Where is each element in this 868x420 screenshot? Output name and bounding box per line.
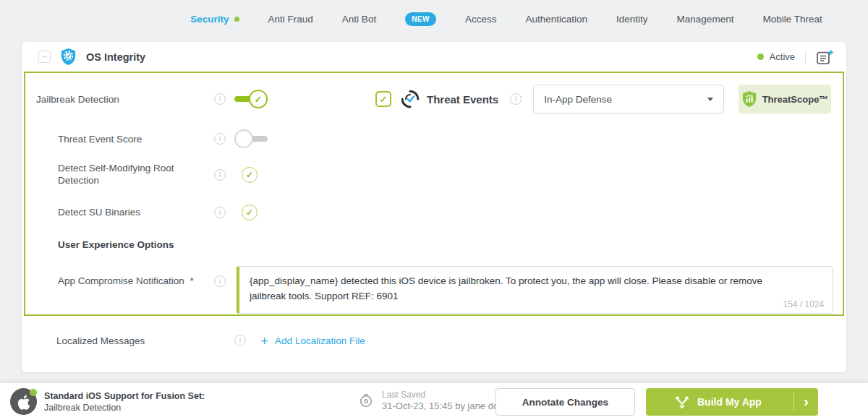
- nav-tab-mobile-threat[interactable]: Mobile Threat: [762, 14, 822, 25]
- required-asterisk: *: [190, 275, 194, 286]
- user-experience-options-heading: User Experience Options: [25, 239, 843, 250]
- last-saved-label: Last Saved: [382, 390, 503, 400]
- nav-tab-security[interactable]: Security: [190, 14, 239, 25]
- build-my-app-label: Build My App: [697, 396, 762, 408]
- collapse-section-button[interactable]: −: [38, 51, 51, 63]
- notification-message-value: {app_display_name} detected this iOS dev…: [250, 274, 782, 304]
- nav-tab-label: Authentication: [526, 14, 588, 25]
- detect-su-binaries-label: Detect SU Binaries: [58, 207, 214, 218]
- nav-tab-label: Anti Bot: [342, 14, 376, 25]
- label-text: App Compromise Notification: [58, 275, 184, 286]
- threat-event-score-toggle[interactable]: [234, 129, 268, 148]
- info-icon[interactable]: i: [234, 335, 246, 346]
- detect-su-binaries-checkbox[interactable]: ✓: [242, 205, 258, 220]
- app-compromise-notification-label: App Compromise Notification *: [58, 266, 214, 286]
- add-localization-file-label: Add Localization File: [275, 335, 365, 346]
- build-fork-icon: [675, 395, 689, 409]
- section-title: OS Integrity: [86, 51, 145, 63]
- new-badge: NEW: [405, 12, 436, 26]
- nav-tab-access[interactable]: Access: [465, 14, 497, 25]
- fusion-set-title: Standard iOS Support for Fusion Set:: [44, 391, 205, 401]
- info-icon[interactable]: i: [214, 93, 226, 105]
- nav-tab-label: Identity: [616, 14, 648, 25]
- fusion-set-name: Jailbreak Detection: [44, 403, 205, 413]
- card-header: − OS Integrity Active: [22, 42, 846, 72]
- plus-icon: +: [260, 334, 268, 348]
- apple-ios-icon: [10, 388, 37, 415]
- platform-active-dot-icon: [30, 389, 37, 396]
- character-counter: 154 / 1024: [783, 299, 824, 309]
- nav-tab-label: Access: [465, 14, 497, 25]
- nav-tab-authentication[interactable]: Authentication: [526, 14, 588, 25]
- nav-tab-management[interactable]: Management: [677, 14, 734, 25]
- chevron-right-icon: ›: [804, 393, 809, 411]
- info-icon[interactable]: i: [510, 93, 522, 105]
- jailbreak-detection-label: Jailbreak Detection: [36, 94, 214, 105]
- divider: [805, 50, 806, 64]
- localized-messages-label: Localized Messages: [56, 335, 234, 346]
- threat-events-icon: [401, 90, 420, 108]
- saved-watch-icon: [358, 393, 374, 408]
- threat-event-score-row: Threat Event Score i: [25, 129, 843, 148]
- toggle-knob-check-icon: ✓: [249, 90, 268, 108]
- fusion-set-info: Standard iOS Support for Fusion Set: Jai…: [10, 388, 205, 415]
- last-saved-info: Last Saved 31-Oct-23, 15:45 by jane doe: [358, 390, 503, 411]
- app-compromise-notification-row: App Compromise Notification * i {app_dis…: [25, 266, 843, 314]
- nav-tab-label: Security: [190, 14, 229, 25]
- detect-self-modifying-label: Detect Self-Modifying Root Detection: [58, 163, 214, 187]
- last-saved-text: Last Saved 31-Oct-23, 15:45 by jane doe: [382, 390, 503, 411]
- os-integrity-card: − OS Integrity Active: [22, 42, 846, 372]
- threatscope-label: ThreatScope™: [762, 94, 829, 105]
- detect-su-binaries-row: Detect SU Binaries i ✓: [25, 205, 843, 220]
- annotate-changes-button[interactable]: Annotate Changes: [495, 388, 635, 416]
- last-saved-value: 31-Oct-23, 15:45 by jane doe: [382, 400, 503, 411]
- active-status-dot-icon: [234, 17, 239, 22]
- status-badge: Active: [770, 51, 795, 62]
- chevron-down-icon: [707, 98, 713, 101]
- info-icon[interactable]: i: [214, 133, 226, 145]
- info-icon[interactable]: i: [214, 207, 226, 218]
- detect-self-modifying-row: Detect Self-Modifying Root Detection i ✓: [25, 163, 843, 187]
- threat-events-checkbox[interactable]: ✓: [375, 91, 391, 107]
- localized-messages-row: Localized Messages i + Add Localization …: [22, 316, 846, 372]
- jailbreak-detection-row: Jailbreak Detection i ✓ ✓ Threat Events: [25, 73, 843, 113]
- jailbreak-detection-toggle[interactable]: ✓: [234, 90, 268, 108]
- nav-tab-anti-fraud[interactable]: Anti Fraud: [268, 14, 313, 25]
- footer-bar: Standard iOS Support for Fusion Set: Jai…: [0, 383, 868, 420]
- fusion-set-text: Standard iOS Support for Fusion Set: Jai…: [44, 391, 205, 413]
- nav-tab-identity[interactable]: Identity: [616, 14, 648, 25]
- status-dot-icon: [757, 53, 764, 60]
- threat-event-score-label: Threat Event Score: [58, 134, 214, 145]
- jailbreak-detection-section: Jailbreak Detection i ✓ ✓ Threat Events: [24, 72, 844, 316]
- dropdown-selected-value: In-App Defense: [544, 94, 612, 105]
- threatscope-button[interactable]: ThreatScope™: [739, 85, 831, 113]
- add-note-icon[interactable]: [816, 49, 833, 65]
- threat-events-dropdown[interactable]: In-App Defense: [533, 85, 724, 113]
- app-compromise-notification-textarea[interactable]: {app_display_name} detected this iOS dev…: [237, 266, 833, 314]
- top-navigation: Security Anti Fraud Anti Bot NEW Access …: [0, 0, 868, 38]
- nav-tab-label: Mobile Threat: [762, 14, 822, 25]
- os-integrity-shield-icon: [60, 48, 77, 66]
- toggle-knob: [234, 129, 253, 148]
- threat-events-label: Threat Events: [427, 93, 498, 106]
- nav-tab-label: Anti Fraud: [268, 14, 313, 25]
- detect-self-modifying-checkbox[interactable]: ✓: [242, 167, 258, 183]
- threatscope-shield-icon: [741, 90, 757, 108]
- info-icon[interactable]: i: [214, 275, 226, 287]
- build-my-app-button[interactable]: Build My App ›: [646, 388, 818, 416]
- threat-events-group: ✓ Threat Events i In-App Defense: [375, 85, 724, 113]
- add-localization-file-link[interactable]: + Add Localization File: [260, 334, 365, 348]
- nav-tab-label: Management: [677, 14, 734, 25]
- nav-tab-anti-bot[interactable]: Anti Bot: [342, 14, 376, 25]
- header-right-group: Active: [757, 49, 833, 65]
- info-icon[interactable]: i: [214, 169, 226, 181]
- divider: [793, 393, 794, 411]
